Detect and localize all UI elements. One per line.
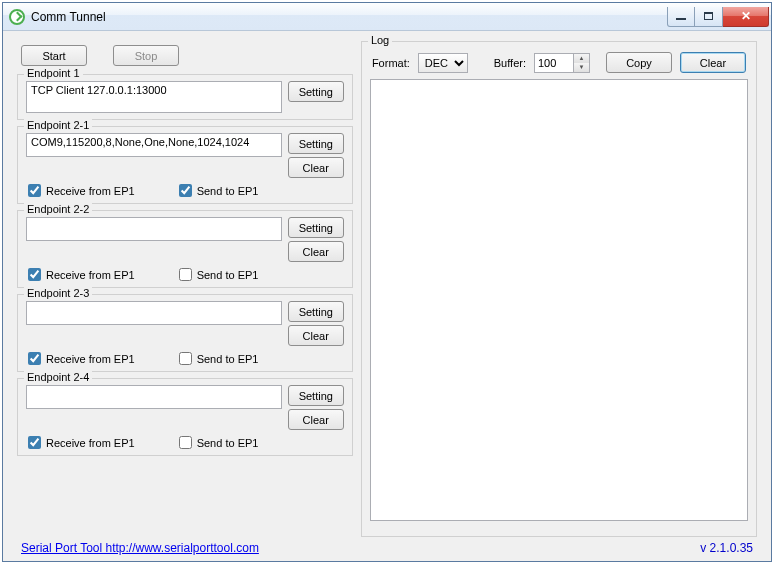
endpoint-2-1-value[interactable]: COM9,115200,8,None,One,None,1024,1024: [26, 133, 282, 157]
endpoint-2-3-value[interactable]: [26, 301, 282, 325]
titlebar[interactable]: Comm Tunnel ✕: [3, 3, 771, 31]
format-label: Format:: [372, 57, 410, 69]
buffer-label: Buffer:: [494, 57, 526, 69]
buffer-spinner[interactable]: ▲ ▼: [534, 53, 590, 73]
stop-button[interactable]: Stop: [113, 45, 179, 66]
buffer-up-icon[interactable]: ▲: [574, 54, 589, 63]
endpoint-2-3-clear-button[interactable]: Clear: [288, 325, 344, 346]
endpoint-2-1-clear-button[interactable]: Clear: [288, 157, 344, 178]
left-panel: Start Stop Endpoint 1 TCP Client 127.0.0…: [17, 41, 353, 537]
endpoint-2-1-group: Endpoint 2-1 COM9,115200,8,None,One,None…: [17, 126, 353, 204]
start-button[interactable]: Start: [21, 45, 87, 66]
endpoint-2-3-send-checkbox[interactable]: Send to EP1: [179, 352, 259, 365]
version-label: v 2.1.0.35: [700, 541, 753, 555]
buffer-input[interactable]: [535, 54, 573, 72]
endpoint-2-1-send-checkbox[interactable]: Send to EP1: [179, 184, 259, 197]
endpoint-2-3-receive-checkbox[interactable]: Receive from EP1: [28, 352, 135, 365]
window-title: Comm Tunnel: [31, 10, 667, 24]
endpoint-1-setting-button[interactable]: Setting: [288, 81, 344, 102]
footer-link[interactable]: Serial Port Tool http://www.serialportto…: [21, 541, 259, 555]
endpoint-2-4-value[interactable]: [26, 385, 282, 409]
maximize-button[interactable]: [695, 7, 723, 27]
content-area: Start Stop Endpoint 1 TCP Client 127.0.0…: [3, 31, 771, 561]
endpoint-2-3-group: Endpoint 2-3 Setting Clear Receive from …: [17, 294, 353, 372]
endpoint-2-4-setting-button[interactable]: Setting: [288, 385, 344, 406]
endpoint-2-4-clear-button[interactable]: Clear: [288, 409, 344, 430]
endpoint-2-4-legend: Endpoint 2-4: [24, 371, 92, 383]
close-button[interactable]: ✕: [723, 7, 769, 27]
endpoint-2-1-legend: Endpoint 2-1: [24, 119, 92, 131]
endpoint-2-3-legend: Endpoint 2-3: [24, 287, 92, 299]
format-select[interactable]: DEC: [418, 53, 468, 73]
endpoint-2-2-send-checkbox[interactable]: Send to EP1: [179, 268, 259, 281]
endpoint-2-2-value[interactable]: [26, 217, 282, 241]
endpoint-2-4-group: Endpoint 2-4 Setting Clear Receive from …: [17, 378, 353, 456]
log-copy-button[interactable]: Copy: [606, 52, 672, 73]
minimize-button[interactable]: [667, 7, 695, 27]
window-controls: ✕: [667, 7, 769, 27]
buffer-down-icon[interactable]: ▼: [574, 63, 589, 72]
endpoint-2-4-send-checkbox[interactable]: Send to EP1: [179, 436, 259, 449]
endpoint-2-2-group: Endpoint 2-2 Setting Clear Receive from …: [17, 210, 353, 288]
app-window: Comm Tunnel ✕ Start Stop Endpoint 1 TCP …: [2, 2, 772, 562]
log-clear-button[interactable]: Clear: [680, 52, 746, 73]
endpoint-1-group: Endpoint 1 TCP Client 127.0.0.1:13000 Se…: [17, 74, 353, 120]
endpoint-2-2-setting-button[interactable]: Setting: [288, 217, 344, 238]
endpoint-2-2-receive-checkbox[interactable]: Receive from EP1: [28, 268, 135, 281]
endpoint-2-4-receive-checkbox[interactable]: Receive from EP1: [28, 436, 135, 449]
endpoint-2-1-receive-checkbox[interactable]: Receive from EP1: [28, 184, 135, 197]
endpoint-1-legend: Endpoint 1: [24, 67, 83, 79]
endpoint-2-3-setting-button[interactable]: Setting: [288, 301, 344, 322]
log-textarea[interactable]: [370, 79, 748, 521]
endpoint-1-value[interactable]: TCP Client 127.0.0.1:13000: [26, 81, 282, 113]
endpoint-2-1-setting-button[interactable]: Setting: [288, 133, 344, 154]
endpoint-2-2-clear-button[interactable]: Clear: [288, 241, 344, 262]
footer: Serial Port Tool http://www.serialportto…: [17, 541, 757, 555]
right-panel: Log Format: DEC Buffer: ▲ ▼: [361, 41, 757, 537]
endpoint-2-2-legend: Endpoint 2-2: [24, 203, 92, 215]
log-group: Log Format: DEC Buffer: ▲ ▼: [361, 41, 757, 537]
log-legend: Log: [368, 34, 392, 46]
app-icon: [9, 9, 25, 25]
